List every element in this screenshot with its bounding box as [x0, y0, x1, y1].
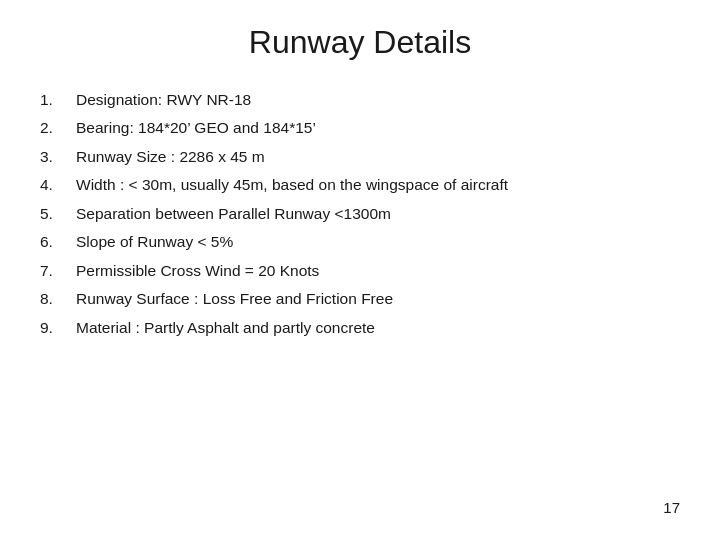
list-item: 1.Designation: RWY NR-18	[40, 89, 680, 111]
list-item-text: Slope of Runway < 5%	[76, 231, 680, 253]
list-item-text: Width : < 30m, usually 45m, based on the…	[76, 174, 680, 196]
list-item-text: Runway Surface : Loss Free and Friction …	[76, 288, 680, 310]
page-number: 17	[40, 489, 680, 516]
page: Runway Details 1.Designation: RWY NR-182…	[0, 0, 720, 540]
list-item-number: 7.	[40, 260, 76, 282]
content-area: 1.Designation: RWY NR-182.Bearing: 184*2…	[40, 89, 680, 489]
list-item: 5.Separation between Parallel Runway <13…	[40, 203, 680, 225]
list-item-number: 6.	[40, 231, 76, 253]
list-item-text: Bearing: 184*20’ GEO and 184*15’	[76, 117, 680, 139]
list-item: 2.Bearing: 184*20’ GEO and 184*15’	[40, 117, 680, 139]
list-item: 3.Runway Size : 2286 x 45 m	[40, 146, 680, 168]
list-item: 9.Material : Partly Asphalt and partly c…	[40, 317, 680, 339]
list-item-text: Designation: RWY NR-18	[76, 89, 680, 111]
list-item-number: 8.	[40, 288, 76, 310]
list-item-text: Runway Size : 2286 x 45 m	[76, 146, 680, 168]
list-item-number: 4.	[40, 174, 76, 196]
list-item-text: Separation between Parallel Runway <1300…	[76, 203, 680, 225]
list-item: 6.Slope of Runway < 5%	[40, 231, 680, 253]
list-item: 4.Width : < 30m, usually 45m, based on t…	[40, 174, 680, 196]
list-item: 7.Permissible Cross Wind = 20 Knots	[40, 260, 680, 282]
list-item-text: Permissible Cross Wind = 20 Knots	[76, 260, 680, 282]
list-item: 8.Runway Surface : Loss Free and Frictio…	[40, 288, 680, 310]
details-list: 1.Designation: RWY NR-182.Bearing: 184*2…	[40, 89, 680, 339]
list-item-number: 1.	[40, 89, 76, 111]
list-item-number: 2.	[40, 117, 76, 139]
list-item-number: 5.	[40, 203, 76, 225]
list-item-number: 3.	[40, 146, 76, 168]
page-title: Runway Details	[40, 24, 680, 61]
list-item-text: Material : Partly Asphalt and partly con…	[76, 317, 680, 339]
list-item-number: 9.	[40, 317, 76, 339]
